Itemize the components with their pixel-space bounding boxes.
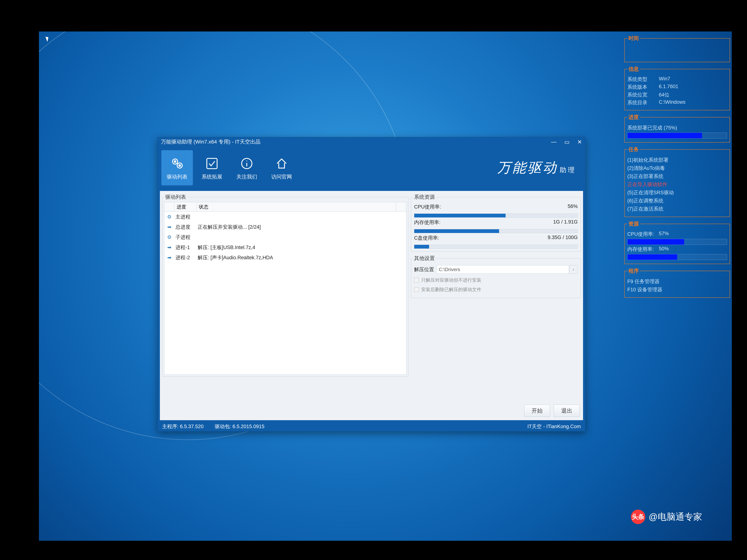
tab-system-extend[interactable]: 系统拓展 [196, 150, 228, 185]
exit-button[interactable]: 退出 [554, 405, 580, 417]
col-progress: 进度 [174, 202, 197, 212]
table-row: ➡进程-1解压: [主板]USB.Intel.7z,4 [164, 242, 406, 252]
overlay-tasks: 任务 (1)初始化系统部署(2)清除AuTo病毒(3)正在部署系统 正在导入驱动… [624, 146, 730, 217]
task-item: (7)正在激活系统 [627, 206, 727, 212]
overlay-programs: 程序 F9 任务管理器F10 设备管理器 [624, 267, 730, 298]
browse-button[interactable]: › [569, 265, 578, 274]
info-row: 系统位宽64位 [627, 91, 727, 98]
main-version: 6.5.37.520 [180, 424, 204, 429]
watermark: 头条 @电脑通专家 [631, 510, 702, 524]
svg-rect-4 [207, 158, 217, 169]
gears-icon [169, 155, 185, 172]
overlay-progress: 进度 系统部署已完成 (75%) [624, 114, 730, 142]
float-button[interactable]: ▭ [564, 139, 569, 145]
statusbar: 主程序: 6.5.37.520 驱动包: 6.5.2015.0915 IT天空 … [158, 422, 585, 431]
tab-follow-us[interactable]: 关注我们 [231, 150, 262, 185]
resource-row: 内存使用率:1G / 1.91G [414, 219, 578, 226]
watermark-logo-icon: 头条 [631, 510, 645, 524]
check-icon [204, 155, 220, 172]
checkbox-extract-only[interactable]: 只解压对应驱动但不进行安装 [414, 277, 578, 283]
info-row: 系统类型Win7 [627, 76, 727, 83]
task-item: 正在导入驱动软件 [627, 181, 727, 188]
window-title: 万能驱动助理 (Win7.x64 专用) - IT天空出品 [161, 138, 260, 145]
resource-row: CPU使用率:56% [414, 204, 578, 210]
table-row: ⚙子进程 [164, 232, 406, 242]
table-row: ➡总进度正在解压并安装驱动... [2/24] [164, 222, 406, 232]
watermark-text: @电脑通专家 [649, 511, 702, 523]
program-shortcut: F9 任务管理器 [627, 278, 727, 285]
svg-point-1 [174, 161, 176, 162]
home-icon [273, 155, 290, 172]
gear-icon: ⚙ [164, 234, 174, 240]
tab-official-site[interactable]: 访问官网 [266, 150, 298, 185]
deploy-progress-text: 系统部署已完成 (75%) [627, 125, 727, 131]
ov-mem: 50% [659, 246, 727, 252]
list-header: 进度 状态 [164, 202, 406, 212]
tab-driver-list[interactable]: 驱动列表 [161, 150, 193, 185]
other-settings-panel: 其他设置 解压位置 › 只解压对应驱动但不进行安装 安装后删除已解压的驱动文件 [411, 255, 581, 298]
info-icon [238, 155, 255, 172]
driver-assistant-window: 万能驱动助理 (Win7.x64 专用) - IT天空出品 — ▭ ✕ 驱动列表… [157, 137, 586, 431]
extract-path-input[interactable] [437, 265, 569, 274]
checkbox-icon [414, 278, 419, 283]
progress-bar [414, 229, 578, 233]
ov-cpu: 57% [659, 231, 727, 237]
progress-bar [414, 245, 578, 249]
arrow-icon: ➡ [164, 255, 174, 261]
task-item: (6)正在调整系统 [627, 197, 727, 204]
driver-list-panel: 驱动列表 进度 状态 ⚙主进程➡总进度正在解压并安装驱动... [2/24]⚙子… [162, 193, 408, 377]
overlay-time: 时间 [624, 35, 730, 62]
deploy-overlay: 时间 信息 系统类型Win7系统版本6.1.7601系统位宽64位系统目录C:\… [622, 31, 732, 304]
table-row: ⚙主进程 [164, 212, 406, 222]
resource-row: C盘使用率:9.35G / 100G [414, 235, 578, 241]
program-shortcut: F10 设备管理器 [627, 286, 727, 293]
arrow-icon: ➡ [164, 224, 174, 230]
overlay-resources: 资源 CPU使用率:57% 内存使用率:50% [624, 220, 730, 264]
brand-logo: 万能驱动助理 [497, 159, 576, 177]
extract-path-label: 解压位置 [414, 266, 434, 273]
checkbox-delete-after[interactable]: 安装后删除已解压的驱动文件 [414, 287, 578, 293]
col-status: 状态 [197, 202, 396, 212]
site-link[interactable]: IT天空 - ITianKong.Com [527, 423, 581, 430]
task-item: (3)正在部署系统 [627, 173, 727, 180]
task-item: (2)清除AuTo病毒 [627, 165, 727, 171]
arrow-icon: ➡ [164, 244, 174, 250]
deploy-progress-bar [627, 133, 727, 138]
task-item: (5)正在清理SRS驱动 [627, 189, 727, 196]
overlay-info: 信息 系统类型Win7系统版本6.1.7601系统位宽64位系统目录C:\Win… [624, 65, 730, 110]
gear-icon: ⚙ [164, 214, 174, 220]
table-row: ➡进程-2解压: [声卡]Audio.Realtek.7z,HDA [164, 252, 406, 263]
toolbar: 驱动列表 系统拓展 关注我们 访问官网 万能驱动助 [158, 146, 585, 189]
info-row: 系统版本6.1.7601 [627, 84, 727, 90]
pack-version: 6.5.2015.0915 [233, 424, 264, 429]
progress-bar [414, 214, 578, 218]
start-button[interactable]: 开始 [524, 405, 550, 417]
info-row: 系统目录C:\Windows [627, 99, 727, 106]
titlebar[interactable]: 万能驱动助理 (Win7.x64 专用) - IT天空出品 — ▭ ✕ [158, 137, 585, 146]
svg-point-3 [179, 165, 180, 166]
close-button[interactable]: ✕ [577, 139, 582, 145]
task-item: (1)初始化系统部署 [627, 157, 727, 163]
checkbox-icon [414, 287, 419, 292]
minimize-button[interactable]: — [551, 139, 557, 145]
system-resources-panel: 系统资源 CPU使用率:56%内存使用率:1G / 1.91GC盘使用率:9.3… [411, 193, 581, 251]
mouse-cursor-icon [45, 36, 50, 42]
